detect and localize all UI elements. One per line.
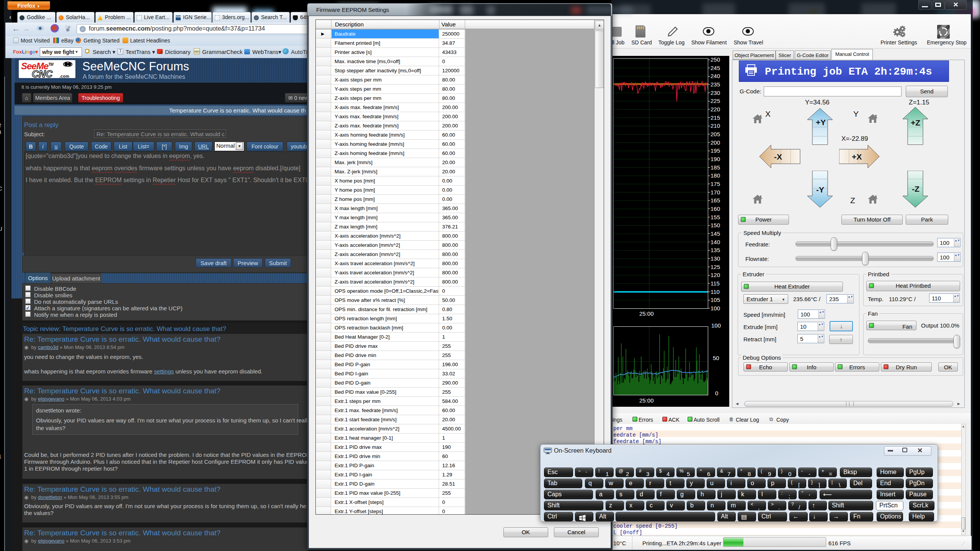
svg-text:-Z: -Z bbox=[912, 184, 920, 193]
svg-text:+Y: +Y bbox=[816, 118, 826, 127]
svg-text:-Y: -Y bbox=[816, 185, 824, 194]
svg-text:+Z: +Z bbox=[911, 118, 920, 127]
svg-text:-X: -X bbox=[774, 152, 782, 161]
svg-text:+X: +X bbox=[852, 152, 862, 161]
